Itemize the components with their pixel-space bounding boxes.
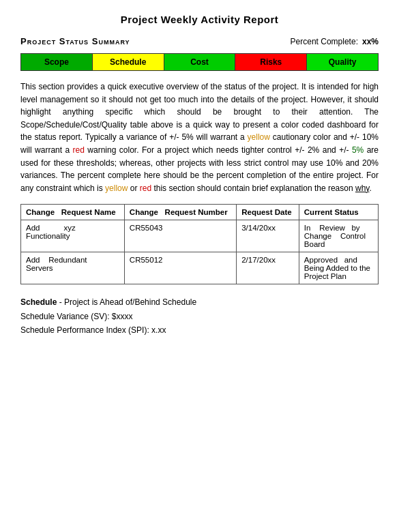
col-header-number: Change Request Number [124,205,236,220]
schedule-section: Schedule - Project is Ahead of/Behind Sc… [20,295,379,337]
cell-number-1: CR55043 [124,220,236,252]
sv-label: Schedule Variance (SV): [20,312,110,321]
spi-label: Schedule Performance Index (SPI): [20,325,149,335]
percent-complete-value: xx% [362,37,379,46]
schedule-header-line: Schedule - Project is Ahead of/Behind Sc… [20,295,379,309]
yellow-text: yellow [248,132,270,142]
schedule-description: - Project is Ahead of/Behind Schedule [57,297,196,307]
cell-number-2: CR55012 [124,252,236,284]
green-text: 5% [352,145,364,155]
page-title: Project Weekly Activity Report [20,14,379,25]
col-header-status: Current Status [299,205,378,220]
status-quality: Quality [307,54,378,70]
cell-date-1: 3/14/20xx [237,220,299,252]
cell-name-1: Add xyzFunctionality [21,220,125,252]
cell-status-1: In Review byChange ControlBoard [299,220,378,252]
col-header-date: Request Date [237,205,299,220]
cell-date-2: 2/17/20xx [237,252,299,284]
percent-complete-label: Percent Complete: [291,37,358,46]
yellow-text2: yellow [105,183,128,193]
sv-line: Schedule Variance (SV): $xxxx [20,310,379,323]
cell-status-2: Approved andBeing Added to theProject Pl… [299,252,378,284]
sv-value: $xxxx [110,312,133,321]
schedule-bold-label: Schedule [20,297,57,307]
col-header-name: Change Request Name [21,205,125,220]
description-text: This section provides a quick executive … [20,80,379,194]
status-bar: Scope Schedule Cost Risks Quality [20,53,379,71]
status-cost: Cost [164,54,236,70]
status-scope: Scope [21,54,93,70]
table-row: Add xyzFunctionality CR55043 3/14/20xx I… [21,220,379,252]
status-summary-label: Project Status Summary [20,36,130,46]
status-schedule: Schedule [93,54,164,70]
change-request-table: Change Request Name Change Request Numbe… [20,204,379,284]
table-row: Add RedundantServers CR55012 2/17/20xx A… [21,252,379,284]
status-risks: Risks [235,54,307,70]
red-text: red [73,145,85,155]
table-header-row: Change Request Name Change Request Numbe… [21,205,379,220]
red-text2: red [140,183,151,193]
status-header: Project Status Summary Percent Complete:… [20,36,379,46]
cell-name-2: Add RedundantServers [21,252,125,284]
spi-line: Schedule Performance Index (SPI): x.xx [20,323,379,337]
spi-value: x.xx [149,325,166,335]
why-text: why [355,183,369,193]
